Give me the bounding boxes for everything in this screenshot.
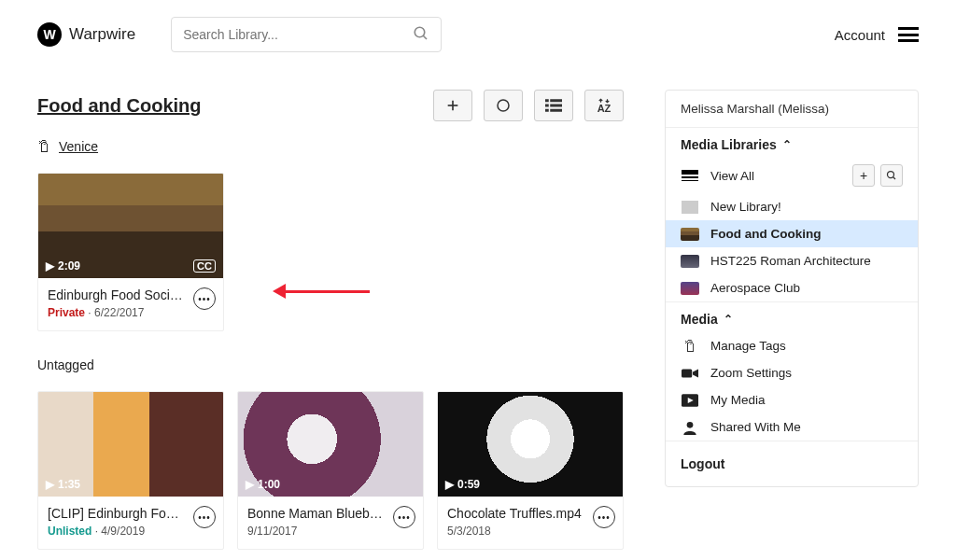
video-card[interactable]: ▶0:59 Chocolate Truffles.mp4 5/3/2018 ••… — [437, 391, 624, 550]
more-options-button[interactable]: ••• — [193, 287, 216, 310]
more-options-button[interactable]: ••• — [193, 506, 216, 528]
page-title[interactable]: Food and Cooking — [37, 95, 202, 117]
add-button[interactable] — [433, 90, 472, 121]
section-untagged-label: Untagged — [37, 357, 624, 372]
svg-rect-9 — [545, 109, 549, 112]
svg-line-12 — [893, 177, 896, 180]
play-icon: ▶ — [246, 478, 254, 491]
video-duration: 1:00 — [258, 478, 280, 491]
sidebar-item-new-library[interactable]: New Library! — [666, 193, 918, 220]
sidebar-item-label: Food and Cooking — [710, 227, 821, 241]
sidebar-item-label: HST225 Roman Architecture — [710, 254, 871, 268]
tag-filter-link[interactable]: Venice — [59, 139, 98, 154]
svg-point-15 — [687, 422, 694, 428]
add-library-button[interactable]: + — [852, 164, 875, 187]
sidebar-item-label: New Library! — [710, 200, 781, 214]
video-duration: 1:35 — [58, 478, 80, 491]
account-link[interactable]: Account — [835, 27, 885, 43]
sidebar-item-my-media[interactable]: My Media — [666, 386, 918, 413]
svg-rect-8 — [550, 105, 562, 107]
record-button[interactable] — [484, 90, 523, 121]
svg-rect-7 — [545, 105, 549, 107]
sort-button[interactable]: AZ — [584, 90, 624, 121]
library-thumb-icon — [681, 255, 699, 268]
video-thumbnail[interactable]: ▶0:59 — [438, 392, 623, 497]
sidebar-item-label: My Media — [710, 393, 766, 407]
sidebar-item-shared[interactable]: Shared With Me — [666, 413, 918, 441]
video-title: Chocolate Truffles.mp4 — [447, 506, 587, 521]
sidebar-item-aerospace[interactable]: Aerospace Club — [666, 274, 918, 301]
svg-line-1 — [423, 35, 427, 39]
sidebar-libraries-header[interactable]: Media Libraries ⌃ — [666, 127, 918, 158]
svg-point-11 — [888, 172, 894, 178]
play-rect-icon — [681, 394, 699, 407]
video-card[interactable]: ▶1:00 Bonne Maman Blueb… 9/11/2017 ••• — [237, 391, 424, 550]
video-title: [CLIP] Edinburgh Fo… — [48, 506, 188, 521]
sidebar-item-label: Shared With Me — [710, 420, 801, 434]
privacy-status: Unlisted — [48, 525, 91, 538]
brand-logo[interactable]: W Warpwire — [37, 22, 135, 47]
sidebar-item-label: Manage Tags — [710, 339, 786, 353]
video-duration: 0:59 — [457, 478, 480, 491]
sidebar-media-header[interactable]: Media ⌃ — [666, 301, 918, 332]
video-thumbnail[interactable]: ▶1:35 — [38, 392, 223, 497]
svg-rect-6 — [550, 99, 562, 102]
sidebar: Melissa Marshall (Melissa) Media Librari… — [665, 90, 919, 487]
play-icon: ▶ — [46, 259, 54, 273]
duration-badge: ▶1:35 — [46, 478, 80, 491]
svg-rect-10 — [550, 109, 562, 112]
brand-badge-icon: W — [37, 22, 62, 47]
play-icon: ▶ — [46, 478, 54, 491]
cc-badge: CC — [193, 259, 216, 273]
search-input[interactable] — [183, 27, 413, 42]
search-library-button[interactable] — [880, 164, 903, 187]
library-thumb-icon — [681, 282, 699, 295]
logout-button[interactable]: Logout — [666, 441, 918, 486]
search-icon[interactable] — [413, 25, 429, 45]
play-icon: ▶ — [445, 478, 454, 491]
hamburger-menu-icon[interactable] — [898, 27, 919, 42]
sidebar-item-manage-tags[interactable]: 🏷 Manage Tags — [666, 332, 918, 359]
video-card[interactable]: ▶ 2:09 CC Edinburgh Food Soci… Private ·… — [37, 173, 224, 331]
stack-icon — [681, 169, 699, 182]
video-title: Bonne Maman Blueb… — [247, 506, 387, 521]
brand-name: Warpwire — [69, 25, 135, 44]
video-duration: 2:09 — [58, 259, 80, 273]
chevron-up-icon: ⌃ — [724, 313, 733, 326]
library-thumb-icon — [681, 201, 699, 214]
sidebar-item-label: Zoom Settings — [710, 366, 792, 380]
more-options-button[interactable]: ••• — [393, 506, 415, 528]
svg-point-0 — [415, 27, 425, 37]
sidebar-item-view-all[interactable]: View All + — [666, 158, 918, 193]
sidebar-item-label: View All — [710, 169, 754, 183]
sidebar-item-food-cooking[interactable]: Food and Cooking — [666, 220, 918, 247]
svg-point-4 — [498, 100, 509, 111]
video-thumbnail[interactable]: ▶1:00 — [238, 392, 423, 497]
sidebar-item-hst225[interactable]: HST225 Roman Architecture — [666, 247, 918, 274]
duration-badge: ▶0:59 — [445, 478, 480, 491]
video-date: 5/3/2018 — [447, 525, 491, 538]
person-icon — [681, 421, 699, 434]
sidebar-item-label: Aerospace Club — [710, 281, 800, 295]
search-input-wrap[interactable] — [171, 17, 442, 52]
tag-icon: 🏷 — [36, 139, 52, 153]
chevron-up-icon: ⌃ — [782, 138, 792, 151]
video-title: Edinburgh Food Soci… — [48, 287, 188, 302]
library-thumb-icon — [681, 228, 699, 241]
tag-icon: 🏷 — [681, 340, 699, 353]
video-thumbnail[interactable]: ▶ 2:09 CC — [38, 174, 223, 278]
video-date: 9/11/2017 — [247, 525, 297, 538]
svg-rect-13 — [682, 369, 692, 377]
camera-icon — [681, 367, 699, 380]
duration-badge: ▶1:00 — [246, 478, 280, 491]
video-date: 6/22/2017 — [94, 306, 144, 319]
duration-badge: ▶ 2:09 — [46, 259, 80, 273]
list-view-button[interactable] — [534, 90, 573, 121]
video-card[interactable]: ▶1:35 [CLIP] Edinburgh Fo… Unlisted · 4/… — [37, 391, 224, 550]
sidebar-user: Melissa Marshall (Melissa) — [681, 102, 903, 116]
video-date: 4/9/2019 — [101, 525, 145, 538]
privacy-status: Private — [48, 306, 85, 319]
sidebar-item-zoom-settings[interactable]: Zoom Settings — [666, 359, 918, 386]
more-options-button[interactable]: ••• — [593, 506, 615, 528]
svg-rect-5 — [545, 99, 549, 102]
